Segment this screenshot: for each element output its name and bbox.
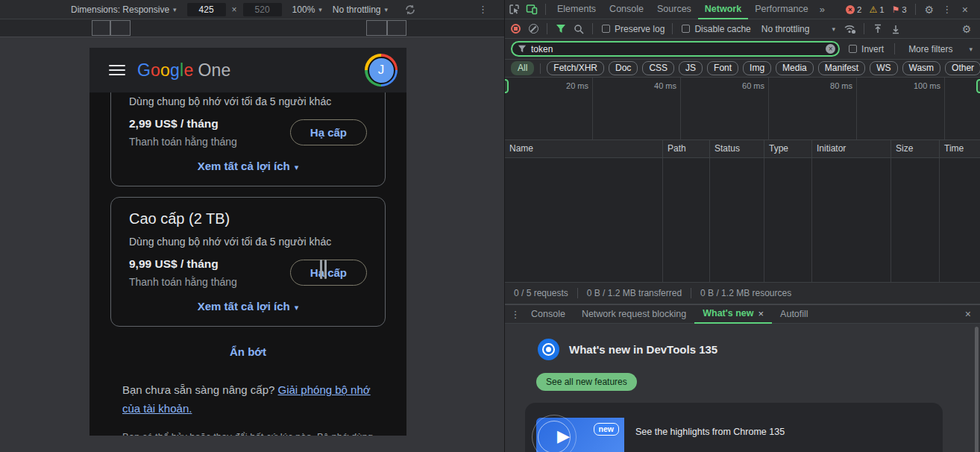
close-whats-new-tab-icon[interactable]: × <box>758 304 764 323</box>
emulation-area: GoogleOne J Dùng chung bộ nhớ với tối đa… <box>0 37 504 452</box>
column-header-type[interactable]: Type <box>764 140 812 157</box>
more-panels-icon[interactable]: » <box>815 4 829 15</box>
downgrade-button[interactable]: Hạ cấp <box>290 119 367 145</box>
issues-badge[interactable]: ⚑ 3 <box>892 4 907 15</box>
column-header-time[interactable]: Time <box>940 140 980 157</box>
google-logo-letters: Google <box>137 60 193 80</box>
type-filter-img[interactable]: Img <box>743 61 771 75</box>
tab-sources[interactable]: Sources <box>650 0 698 19</box>
logo-letter: o <box>151 60 160 80</box>
import-har-icon[interactable] <box>869 21 887 37</box>
type-filter-ws[interactable]: WS <box>870 61 897 75</box>
drawer-tab-console[interactable]: Console <box>523 304 574 324</box>
column-header-status[interactable]: Status <box>710 140 764 157</box>
overview-window-handle-right[interactable] <box>976 79 980 93</box>
media-query-segment[interactable] <box>110 20 131 36</box>
account-avatar[interactable]: J <box>365 54 398 87</box>
timeline-tick-label: 60 ms <box>742 81 764 90</box>
invert-checkbox[interactable] <box>849 45 857 53</box>
type-filter-all[interactable]: All <box>511 61 534 75</box>
tab-console[interactable]: Console <box>603 0 650 19</box>
google-one-logo[interactable]: GoogleOne <box>137 60 230 81</box>
search-icon[interactable] <box>570 21 588 37</box>
media-query-segment[interactable] <box>387 20 406 36</box>
console-errors-badge[interactable]: × 2 <box>846 5 861 14</box>
overview-window-handle-left[interactable] <box>505 79 509 93</box>
type-filter-font[interactable]: Font <box>707 61 738 75</box>
play-icon: ▶ <box>557 427 570 446</box>
toggle-device-toolbar-icon[interactable] <box>523 1 541 18</box>
whats-new-panel: What's new in DevTools 135 See all new f… <box>505 324 980 452</box>
table-column <box>505 158 663 282</box>
hide-plans-link[interactable]: Ẩn bớt <box>89 345 406 358</box>
media-query-segment[interactable] <box>366 20 387 36</box>
clear-network-log-icon[interactable] <box>524 21 542 37</box>
filter-toggle-icon[interactable] <box>552 21 570 37</box>
close-devtools-icon[interactable]: × <box>956 1 974 18</box>
type-filter-fetch-xhr[interactable]: Fetch/XHR <box>547 61 604 75</box>
drawer-tab-network-request-blocking[interactable]: Network request blocking <box>574 304 694 324</box>
plan-card-premium: Cao cấp (2 TB) Dùng chung bộ nhớ với tối… <box>110 197 386 327</box>
type-filter-css[interactable]: CSS <box>642 61 674 75</box>
export-har-icon[interactable] <box>887 21 905 37</box>
highlights-card[interactable]: ▶ new See the highlights from Chrome 135 <box>525 403 943 452</box>
network-settings-gear-icon[interactable]: ⚙ <box>958 21 976 37</box>
tab-elements[interactable]: Elements <box>550 0 603 19</box>
viewport-height-input[interactable] <box>243 3 282 16</box>
type-filter-wasm[interactable]: Wasm <box>902 61 941 75</box>
network-toolbar: Preserve log Disable cache No throttling… <box>505 19 980 39</box>
type-filter-manifest[interactable]: Manifest <box>818 61 865 75</box>
tab-network[interactable]: Network <box>698 0 748 19</box>
logo-one-label: One <box>198 60 230 80</box>
network-throttling-select[interactable]: No throttling ▾ <box>761 24 835 34</box>
inspect-element-icon[interactable] <box>505 1 523 18</box>
disable-cache-checkbox[interactable] <box>682 25 690 33</box>
type-filter-js[interactable]: JS <box>679 61 703 75</box>
cancel-footnote: Bạn có thể hủy hoặc thay đổi bất cứ lúc … <box>122 430 374 436</box>
see-all-benefits-link[interactable]: Xem tất cả lợi ích▾ <box>129 160 367 172</box>
type-filter-doc[interactable]: Doc <box>609 61 638 75</box>
whats-new-header: What's new in DevTools 135 <box>505 324 980 360</box>
settings-gear-icon[interactable]: ⚙ <box>920 1 938 18</box>
zoom-select[interactable]: 100% <box>292 4 315 15</box>
network-overview-timeline[interactable]: 20 ms40 ms60 ms80 ms100 ms <box>505 78 980 140</box>
highlights-video-thumbnail[interactable]: ▶ new <box>536 418 624 452</box>
disable-cache-label: Disable cache <box>694 24 750 34</box>
throttling-select[interactable]: No throttling <box>333 4 381 15</box>
device-toolbar: Dimensions: Responsive ▾ × 100% ▾ No thr… <box>0 0 504 19</box>
column-header-size[interactable]: Size <box>891 140 940 157</box>
drawer-menu-icon[interactable]: ⋮ <box>508 306 523 322</box>
logo-letter: e <box>183 60 193 80</box>
type-filter-other[interactable]: Other <box>945 61 980 75</box>
drawer-tab-what-s-new[interactable]: What's new× <box>694 304 772 324</box>
drawer-tab-autofill[interactable]: Autofill <box>772 304 817 324</box>
devtools-menu-icon[interactable]: ⋮ <box>938 1 956 18</box>
viewport-width-input[interactable] <box>187 3 226 16</box>
column-header-path[interactable]: Path <box>663 140 710 157</box>
preserve-log-checkbox[interactable] <box>602 25 610 33</box>
more-filters-button[interactable]: More filters ▾ <box>908 44 980 54</box>
device-toolbar-menu-icon[interactable]: ⋮ <box>478 4 488 15</box>
scrollbar-thumb[interactable] <box>975 327 979 452</box>
filter-funnel-icon <box>518 45 527 53</box>
filter-input[interactable] <box>531 44 826 54</box>
viewport-resize-handle-right[interactable] <box>320 260 327 279</box>
column-header-initiator[interactable]: Initiator <box>812 140 891 157</box>
dimensions-select[interactable]: Dimensions: Responsive <box>71 4 169 15</box>
column-header-name[interactable]: Name <box>505 140 663 157</box>
media-query-segment[interactable] <box>92 20 110 36</box>
plan-billing: Thanh toán hằng tháng <box>129 136 237 148</box>
network-conditions-icon[interactable] <box>841 21 859 37</box>
warning-icon: ⚠ <box>869 4 877 15</box>
type-filter-media[interactable]: Media <box>776 61 814 75</box>
record-network-log-icon[interactable] <box>506 21 524 37</box>
close-drawer-icon[interactable]: × <box>965 308 971 320</box>
menu-icon[interactable] <box>109 62 125 78</box>
downgrade-button[interactable]: Hạ cấp <box>290 260 367 286</box>
clear-filter-icon[interactable]: × <box>826 44 835 54</box>
see-all-new-features-button[interactable]: See all new features <box>536 373 637 391</box>
rotate-viewport-icon[interactable] <box>401 1 419 18</box>
see-all-benefits-link[interactable]: Xem tất cả lợi ích▾ <box>129 300 367 313</box>
console-warnings-badge[interactable]: ⚠ 1 <box>869 4 884 15</box>
tab-performance[interactable]: Performance <box>748 0 815 19</box>
